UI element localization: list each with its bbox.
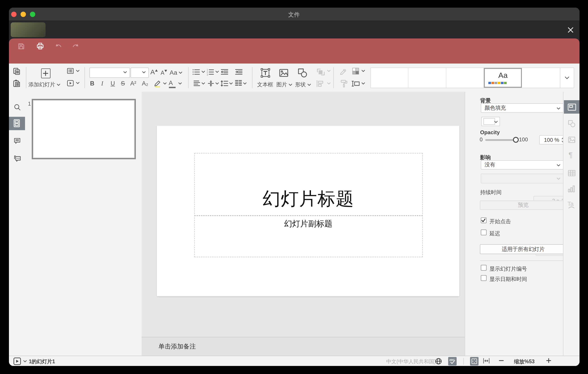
- columns-chevron[interactable]: [243, 82, 246, 85]
- document-language[interactable]: 中文(中华人民共和国): [375, 358, 436, 365]
- insert-image-dropdown[interactable]: 图片: [276, 81, 292, 88]
- theme-item[interactable]: [522, 68, 560, 88]
- bullet-list-chevron[interactable]: [201, 71, 205, 73]
- theme-item[interactable]: [446, 68, 484, 88]
- align-shape-button[interactable]: [316, 80, 326, 87]
- superscript-button[interactable]: A²: [130, 80, 136, 88]
- color-scheme-chevron[interactable]: [361, 70, 365, 72]
- fit-to-slide-button[interactable]: [470, 357, 478, 365]
- horizontal-align-chevron[interactable]: [201, 82, 205, 85]
- theme-gallery-expand[interactable]: [560, 68, 574, 88]
- zoom-out-button[interactable]: [498, 358, 504, 363]
- background-fill-select[interactable]: 颜色填充: [481, 103, 564, 113]
- slide-size-chevron[interactable]: [361, 82, 365, 85]
- slideshow-mode-chevron[interactable]: [23, 360, 27, 362]
- zoom-level[interactable]: 缩放%53: [512, 358, 537, 365]
- table-settings-button[interactable]: [567, 170, 576, 177]
- zoom-in-button[interactable]: [546, 358, 551, 363]
- shape-settings-button[interactable]: [567, 120, 576, 128]
- show-date-time-checkbox[interactable]: [481, 275, 486, 281]
- apply-to-all-slides-button[interactable]: 适用于所有幻灯片: [480, 244, 567, 254]
- clear-style-button[interactable]: [338, 67, 347, 76]
- opacity-slider-knob[interactable]: [513, 137, 518, 143]
- print-button[interactable]: [35, 42, 45, 51]
- slide-title-text[interactable]: 幻灯片标题: [195, 187, 422, 211]
- underline-button[interactable]: U: [111, 80, 115, 88]
- slide-settings-button-active[interactable]: [564, 100, 579, 114]
- insert-shape-button[interactable]: [297, 67, 308, 78]
- start-slideshow-button[interactable]: [66, 80, 74, 87]
- line-spacing-button[interactable]: [220, 80, 228, 87]
- vertical-align-chevron[interactable]: [215, 82, 219, 85]
- textart-settings-button[interactable]: Ta: [567, 200, 576, 209]
- save-button[interactable]: [16, 42, 26, 51]
- font-color-chevron[interactable]: [178, 82, 182, 85]
- increase-indent-button[interactable]: [234, 68, 243, 76]
- vertical-align-button[interactable]: [207, 80, 214, 87]
- italic-button[interactable]: I: [101, 80, 103, 88]
- font-size-combobox[interactable]: [130, 67, 148, 78]
- search-button[interactable]: [13, 103, 21, 111]
- image-settings-button[interactable]: [567, 136, 576, 144]
- numbered-list-button[interactable]: 123: [206, 68, 214, 76]
- copy-style-button[interactable]: [340, 79, 348, 88]
- delay-checkbox-unchecked[interactable]: [481, 230, 486, 235]
- redo-button[interactable]: [71, 42, 81, 51]
- theme-item[interactable]: [408, 68, 446, 88]
- notes-area[interactable]: 单击添加备注: [141, 337, 464, 356]
- theme-item-selected[interactable]: Aa: [484, 68, 522, 88]
- horizontal-align-button[interactable]: [193, 80, 200, 87]
- fit-to-width-button[interactable]: [482, 357, 490, 364]
- decrease-font-button[interactable]: A: [161, 69, 167, 77]
- title-placeholder-box[interactable]: 幻灯片标题: [194, 153, 422, 216]
- insert-textbox-button[interactable]: [259, 67, 271, 79]
- start-on-click-checkbox-checked[interactable]: [481, 217, 486, 223]
- columns-button[interactable]: [234, 80, 242, 86]
- effect-select[interactable]: 没有: [481, 160, 564, 170]
- undo-button[interactable]: [53, 42, 63, 51]
- color-scheme-button[interactable]: [351, 67, 359, 75]
- strikeout-button[interactable]: S: [121, 80, 125, 88]
- background-color-picker[interactable]: [481, 117, 500, 126]
- highlight-color-button[interactable]: [153, 79, 161, 88]
- chat-button[interactable]: [13, 154, 21, 162]
- copy-button[interactable]: [12, 67, 21, 76]
- increase-font-button[interactable]: A: [150, 68, 158, 76]
- theme-item[interactable]: [371, 68, 408, 88]
- subtitle-placeholder-box[interactable]: 幻灯片副标题: [194, 215, 422, 257]
- line-spacing-chevron[interactable]: [229, 82, 232, 85]
- subscript-button[interactable]: A₂: [142, 80, 148, 88]
- bullet-list-button[interactable]: [192, 68, 200, 76]
- chart-settings-button[interactable]: [567, 185, 575, 193]
- align-shape-chevron[interactable]: [327, 82, 330, 85]
- numbered-list-chevron[interactable]: [215, 71, 219, 73]
- slide-thumbnail-selected[interactable]: [32, 99, 136, 159]
- slide-layout-chevron[interactable]: [76, 70, 79, 72]
- change-case-button[interactable]: Aa: [169, 69, 182, 76]
- arrange-shape-button[interactable]: [316, 67, 326, 77]
- slide-canvas[interactable]: 幻灯片标题 幻灯片副标题: [157, 126, 459, 296]
- paste-button[interactable]: [12, 79, 21, 88]
- comments-button[interactable]: [13, 137, 21, 144]
- spellcheck-button[interactable]: ABC: [448, 357, 456, 365]
- show-slide-number-checkbox[interactable]: [481, 265, 486, 271]
- decrease-indent-button[interactable]: [220, 68, 229, 76]
- font-name-combobox[interactable]: [89, 67, 130, 78]
- slide-layout-button[interactable]: [66, 67, 74, 74]
- add-slide-dropdown[interactable]: 添加幻灯片: [28, 81, 60, 88]
- font-color-button[interactable]: A: [169, 79, 175, 88]
- add-slide-button[interactable]: [41, 68, 50, 78]
- opacity-slider-track[interactable]: [485, 139, 516, 141]
- highlight-color-chevron[interactable]: [163, 82, 167, 85]
- insert-image-button[interactable]: [278, 67, 289, 78]
- paragraph-settings-button[interactable]: ¶: [568, 151, 573, 160]
- slide-size-button[interactable]: [351, 80, 360, 87]
- slides-panel-button-active[interactable]: [9, 117, 25, 130]
- set-language-button[interactable]: [434, 357, 442, 365]
- insert-shape-dropdown[interactable]: 形状: [295, 81, 311, 88]
- slide-subtitle-text[interactable]: 幻灯片副标题: [195, 218, 422, 229]
- start-slideshow-chevron[interactable]: [76, 82, 79, 84]
- preview-close-button[interactable]: [567, 27, 574, 34]
- bold-button[interactable]: B: [90, 80, 94, 88]
- arrange-shape-chevron[interactable]: [327, 70, 330, 72]
